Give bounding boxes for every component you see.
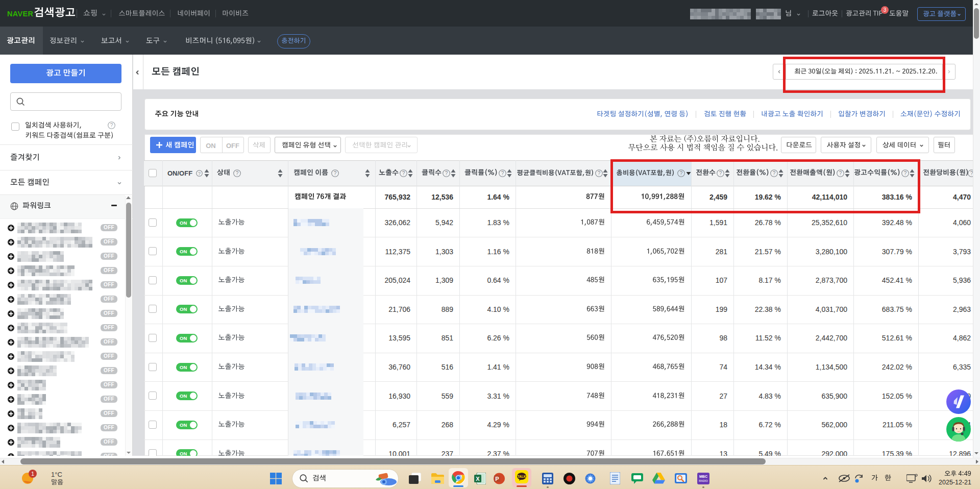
- svg-text:?: ?: [597, 170, 600, 176]
- svg-text:?: ?: [402, 170, 405, 176]
- svg-text:?: ?: [110, 122, 113, 128]
- svg-text:?: ?: [236, 170, 239, 176]
- svg-text:?: ?: [198, 170, 200, 176]
- svg-text:?: ?: [445, 170, 448, 176]
- svg-text:TALK: TALK: [518, 475, 526, 478]
- svg-text:1: 1: [31, 471, 34, 477]
- svg-text:RADIO: RADIO: [699, 479, 708, 482]
- svg-text:P: P: [495, 476, 499, 482]
- svg-text:MBC: MBC: [699, 475, 707, 478]
- svg-text:?: ?: [334, 170, 337, 176]
- svg-text:?: ?: [501, 170, 504, 176]
- svg-text:X: X: [476, 476, 480, 482]
